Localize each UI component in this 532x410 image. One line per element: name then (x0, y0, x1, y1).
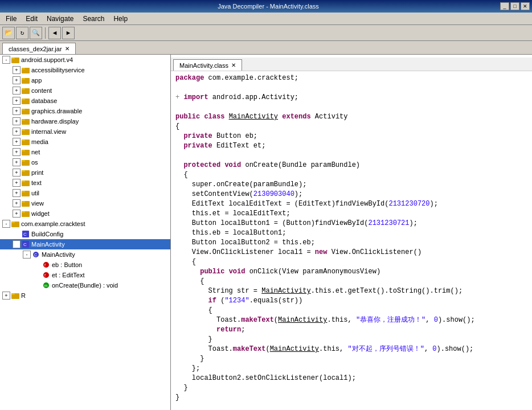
search-button[interactable]: 🔍 (30, 27, 42, 39)
svg-text:m: m (44, 284, 48, 288)
tree-panel[interactable]: -android.support.v4+accessibilityservice… (0, 55, 171, 410)
expand-btn-internal-view[interactable]: + (13, 128, 21, 136)
folder-icon (22, 66, 30, 74)
tree-item-database[interactable]: +database (0, 96, 170, 106)
tree-item-label: internal.view (31, 128, 66, 135)
tree-item-label: database (31, 97, 57, 104)
expand-btn-app[interactable]: + (13, 76, 21, 84)
tree-item-hardware-display[interactable]: +hardware.display (0, 116, 170, 126)
tree-item-label: content (31, 87, 52, 94)
tree-item-label: print (31, 169, 43, 176)
folder-icon (22, 210, 30, 218)
menu-edit[interactable]: Edit (21, 14, 42, 24)
code-tab-close[interactable]: ✕ (231, 62, 236, 68)
tree-item-buildconfig[interactable]: CBuildConfig (0, 229, 170, 239)
svg-rect-27 (22, 191, 25, 192)
toolbar: 📂 ↻ 🔍 ◀ ▶ (0, 25, 532, 41)
tree-item-oncreate-method[interactable]: monCreate(Bundle) : void (0, 280, 170, 290)
svg-text:f: f (44, 273, 46, 277)
tree-item-android-support[interactable]: -android.support.v4 (0, 55, 170, 65)
tree-item-media[interactable]: +media (0, 137, 170, 147)
tree-item-r-pkg[interactable]: +R (0, 290, 170, 301)
refresh-button[interactable]: ↻ (16, 27, 28, 39)
expand-btn-android-support[interactable]: - (2, 56, 10, 64)
svg-rect-15 (22, 129, 25, 131)
tree-item-label: net (31, 149, 40, 155)
expand-btn-media[interactable]: + (13, 138, 21, 146)
svg-rect-21 (22, 160, 25, 162)
tree-item-eb-field[interactable]: feb : Button (0, 260, 170, 270)
tree-item-et-field[interactable]: fet : EditText (0, 270, 170, 280)
expand-btn-view[interactable]: + (13, 199, 21, 207)
class2-icon: C (32, 251, 40, 259)
svg-rect-47 (11, 293, 15, 295)
tree-item-print[interactable]: +print (0, 167, 170, 178)
menu-help[interactable]: Help (109, 14, 132, 24)
maximize-button[interactable]: □ (510, 2, 519, 10)
file-tab-bar: classes_dex2jar.jar ✕ (0, 41, 532, 55)
expand-btn-mainactivity-inner[interactable]: - (23, 251, 31, 259)
tree-item-label: MainActivity (42, 251, 75, 258)
tree-item-mainactivity-inner[interactable]: -CMainActivity (0, 249, 170, 260)
forward-button[interactable]: ▶ (62, 27, 75, 39)
tree-item-os[interactable]: +os (0, 157, 170, 167)
tree-item-util[interactable]: +util (0, 188, 170, 198)
tree-item-content[interactable]: +content (0, 85, 170, 96)
expand-btn-hardware-display[interactable]: + (13, 117, 21, 125)
menu-bar: File Edit Navigate Search Help (0, 13, 532, 25)
menu-navigate[interactable]: Navigate (42, 14, 78, 24)
svg-rect-1 (11, 58, 15, 59)
tree-item-graphics-drawable[interactable]: +graphics.drawable (0, 106, 170, 116)
expand-btn-graphics-drawable[interactable]: + (13, 107, 21, 115)
tree-item-label: eb : Button (52, 261, 82, 268)
expand-btn-database[interactable]: + (13, 97, 21, 105)
code-panel[interactable]: MainActivity.class ✕ package com.example… (171, 55, 532, 410)
expand-btn-text[interactable]: + (13, 179, 21, 187)
open-button[interactable]: 📂 (2, 27, 15, 39)
close-button[interactable]: ✕ (521, 2, 530, 10)
expand-btn-widget[interactable]: + (13, 210, 21, 218)
svg-rect-5 (22, 78, 25, 80)
tree-item-mainactivity-cls[interactable]: -CMainActivity (0, 239, 170, 249)
menu-search[interactable]: Search (78, 14, 109, 24)
tree-item-com-example[interactable]: -com.example.cracktest (0, 219, 170, 229)
code-tab[interactable]: MainActivity.class ✕ (173, 59, 242, 71)
tree-item-accessibilityservice[interactable]: +accessibilityservice (0, 65, 170, 75)
title-bar-controls[interactable]: _ □ ✕ (500, 2, 530, 10)
tree-item-label: app (31, 77, 42, 84)
tree-item-net[interactable]: +net (0, 147, 170, 157)
back-button[interactable]: ◀ (48, 27, 61, 39)
svg-rect-29 (22, 201, 25, 203)
file-tab-close[interactable]: ✕ (65, 46, 69, 52)
tree-item-widget[interactable]: +widget (0, 208, 170, 219)
tree-item-label: util (31, 190, 39, 196)
file-tab-label: classes_dex2jar.jar (9, 46, 62, 52)
expand-btn-net[interactable]: + (13, 148, 21, 156)
tree-item-internal-view[interactable]: +internal.view (0, 126, 170, 137)
folder-icon (22, 76, 30, 84)
svg-rect-13 (22, 119, 25, 121)
expand-btn-content[interactable]: + (13, 87, 21, 95)
expand-btn-util[interactable]: + (13, 189, 21, 197)
file-tab[interactable]: classes_dex2jar.jar ✕ (2, 43, 76, 54)
expand-btn-accessibilityservice[interactable]: + (13, 66, 21, 74)
expand-btn-print[interactable]: + (13, 169, 21, 177)
menu-file[interactable]: File (1, 14, 21, 24)
svg-rect-17 (22, 140, 25, 141)
tree-item-view[interactable]: +view (0, 198, 170, 208)
expand-btn-mainactivity-cls[interactable]: - (13, 240, 21, 248)
svg-text:C: C (23, 232, 27, 237)
expand-btn-os[interactable]: + (13, 158, 21, 166)
svg-rect-9 (22, 99, 25, 100)
expand-btn-com-example[interactable]: - (2, 220, 10, 228)
folder-icon (11, 220, 19, 228)
tree-item-text[interactable]: +text (0, 178, 170, 188)
folder-icon (11, 56, 19, 64)
minimize-button[interactable]: _ (500, 2, 509, 10)
tree-item-app[interactable]: +app (0, 75, 170, 85)
expand-btn-r-pkg[interactable]: + (2, 292, 10, 300)
tree-item-label: et : EditText (52, 272, 84, 278)
tree-item-label: text (31, 179, 42, 186)
tree-item-label: MainActivity (31, 241, 65, 248)
folder-icon (22, 107, 30, 115)
